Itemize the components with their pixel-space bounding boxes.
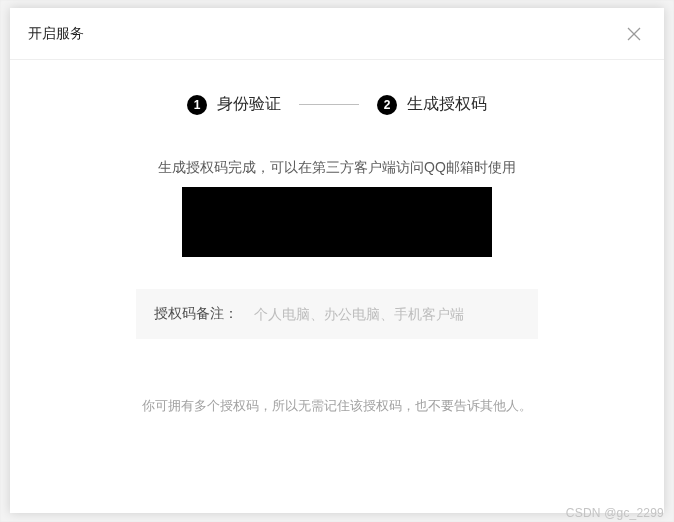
step-identity-verification: 1 身份验证 xyxy=(187,94,281,115)
watermark: CSDN @gc_2299 xyxy=(566,506,664,520)
step-generate-auth-code: 2 生成授权码 xyxy=(377,94,487,115)
auth-code-note: 你可拥有多个授权码，所以无需记住该授权码，也不要告诉其他人。 xyxy=(10,397,664,415)
modal-header: 开启服务 xyxy=(10,8,664,60)
step-label-2: 生成授权码 xyxy=(407,94,487,115)
remark-label: 授权码备注： xyxy=(154,305,238,323)
modal-title: 开启服务 xyxy=(28,25,84,43)
remark-input[interactable] xyxy=(252,305,520,323)
step-indicator: 1 身份验证 2 生成授权码 xyxy=(10,94,664,115)
auth-code-display xyxy=(182,187,492,257)
step-number-2: 2 xyxy=(377,95,397,115)
auth-code-remark-row: 授权码备注： xyxy=(136,289,538,339)
step-label-1: 身份验证 xyxy=(217,94,281,115)
auth-code-description: 生成授权码完成，可以在第三方客户端访问QQ邮箱时使用 xyxy=(10,159,664,177)
enable-service-modal: 开启服务 1 身份验证 2 生成授权码 生成授权码完成，可以在第三方客户端访问Q… xyxy=(10,8,664,513)
step-number-1: 1 xyxy=(187,95,207,115)
step-connector xyxy=(299,104,359,105)
close-icon[interactable] xyxy=(624,24,644,44)
